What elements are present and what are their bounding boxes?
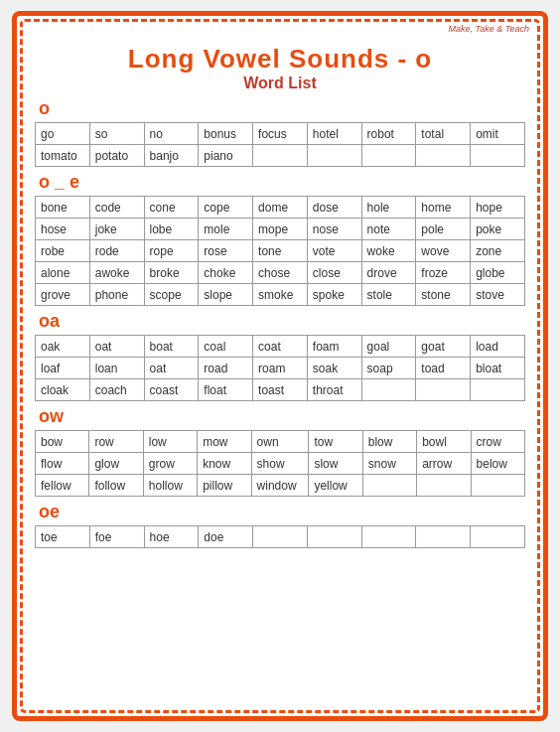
table-row: flowglowgrowknowshowslowsnowarrowbelow [36, 453, 525, 475]
table-cell: slow [309, 453, 362, 475]
table-cell: so [89, 123, 144, 145]
table-cell: phone [89, 284, 144, 306]
table-cell [253, 526, 308, 548]
section-table-3: bowrowlowmowowntowblowbowlcrowflowglowgr… [35, 430, 525, 497]
table-cell: rode [89, 240, 144, 262]
table-cell [471, 475, 524, 497]
table-cell: foe [89, 526, 144, 548]
section-label-1: o _ e [39, 172, 525, 193]
table-cell [416, 379, 471, 401]
table-cell: bloat [471, 358, 525, 379]
table-cell: show [251, 453, 309, 475]
table-cell: loaf [36, 358, 90, 379]
page: Make, Take & Teach Long Vowel Sounds - o… [12, 11, 548, 721]
table-cell: oak [36, 336, 90, 358]
table-row: fellowfollowhollowpillowwindowyellow [36, 475, 525, 497]
table-cell: grow [143, 453, 197, 475]
table-cell: coast [144, 379, 199, 401]
table-cell: know [198, 453, 251, 475]
table-cell: total [416, 123, 471, 145]
main-title: Long Vowel Sounds - o [35, 44, 525, 74]
table-cell: tone [253, 240, 308, 262]
table-cell: foam [307, 336, 361, 358]
table-cell: stove [471, 284, 525, 306]
table-cell: froze [416, 262, 471, 284]
table-cell: robot [361, 123, 416, 145]
table-cell: smoke [253, 284, 308, 306]
table-cell: rose [199, 240, 253, 262]
table-cell: lobe [144, 219, 199, 240]
table-cell: stone [416, 284, 471, 306]
table-cell: cope [199, 197, 253, 219]
table-cell: slope [199, 284, 253, 306]
table-cell [361, 145, 416, 167]
table-cell: coal [199, 336, 253, 358]
table-cell: dome [253, 197, 308, 219]
table-cell: roam [253, 358, 308, 379]
table-cell: bowl [417, 431, 471, 453]
section-table-1: bonecodeconecopedomedoseholehomehopehose… [35, 196, 525, 306]
table-cell: no [144, 123, 199, 145]
table-cell: arrow [417, 453, 471, 475]
table-cell: own [251, 431, 309, 453]
table-cell: woke [361, 240, 416, 262]
table-cell: hollow [143, 475, 197, 497]
table-cell: toad [416, 358, 471, 379]
table-cell: drove [361, 262, 416, 284]
section-label-4: oe [39, 502, 525, 522]
table-cell [361, 379, 416, 401]
section-table-4: toefoehoedoe [35, 525, 525, 548]
sections-container: ogosonobonusfocushotelrobottotalomittoma… [35, 98, 525, 548]
table-cell: hoe [144, 526, 199, 548]
table-cell: choke [199, 262, 253, 284]
watermark: Make, Take & Teach [449, 24, 529, 34]
table-cell: poke [471, 219, 525, 240]
table-cell: goat [416, 336, 471, 358]
table-cell [416, 526, 471, 548]
table-cell: load [471, 336, 525, 358]
table-cell: potato [89, 145, 144, 167]
table-cell: omit [471, 123, 525, 145]
table-cell: piano [199, 145, 253, 167]
table-cell: note [361, 219, 416, 240]
table-cell: scope [144, 284, 199, 306]
table-cell: hotel [307, 123, 361, 145]
table-cell: focus [253, 123, 308, 145]
table-cell: broke [144, 262, 199, 284]
table-cell [362, 475, 416, 497]
table-cell: float [199, 379, 253, 401]
table-cell: flow [36, 453, 89, 475]
table-cell: stole [361, 284, 416, 306]
table-cell: follow [89, 475, 143, 497]
table-row: toefoehoedoe [36, 526, 525, 548]
table-cell [253, 145, 308, 167]
table-cell: soak [307, 358, 361, 379]
table-cell: joke [89, 219, 144, 240]
table-row: hosejokelobemolemopenosenotepolepoke [36, 219, 525, 240]
table-cell: coat [253, 336, 308, 358]
table-cell: hose [36, 219, 90, 240]
table-cell: bow [36, 431, 89, 453]
table-cell: hole [361, 197, 416, 219]
table-cell: row [89, 431, 143, 453]
table-cell [417, 475, 471, 497]
table-cell: rope [144, 240, 199, 262]
table-cell: bone [36, 197, 90, 219]
table-cell: close [307, 262, 361, 284]
section-table-2: oakoatboatcoalcoatfoamgoalgoatloadloaflo… [35, 335, 525, 401]
table-cell [471, 145, 525, 167]
table-row: bonecodeconecopedomedoseholehomehope [36, 197, 525, 219]
table-cell: pillow [198, 475, 251, 497]
table-cell: zone [471, 240, 525, 262]
table-cell: soap [361, 358, 416, 379]
table-cell: goal [361, 336, 416, 358]
table-cell: cone [144, 197, 199, 219]
table-cell: low [143, 431, 197, 453]
table-cell: mole [199, 219, 253, 240]
table-cell: blow [362, 431, 416, 453]
sub-title: Word List [35, 74, 525, 92]
table-cell: home [416, 197, 471, 219]
table-cell: boat [144, 336, 199, 358]
table-cell: snow [362, 453, 416, 475]
table-row: roberoderoperosetonevotewokewovezone [36, 240, 525, 262]
